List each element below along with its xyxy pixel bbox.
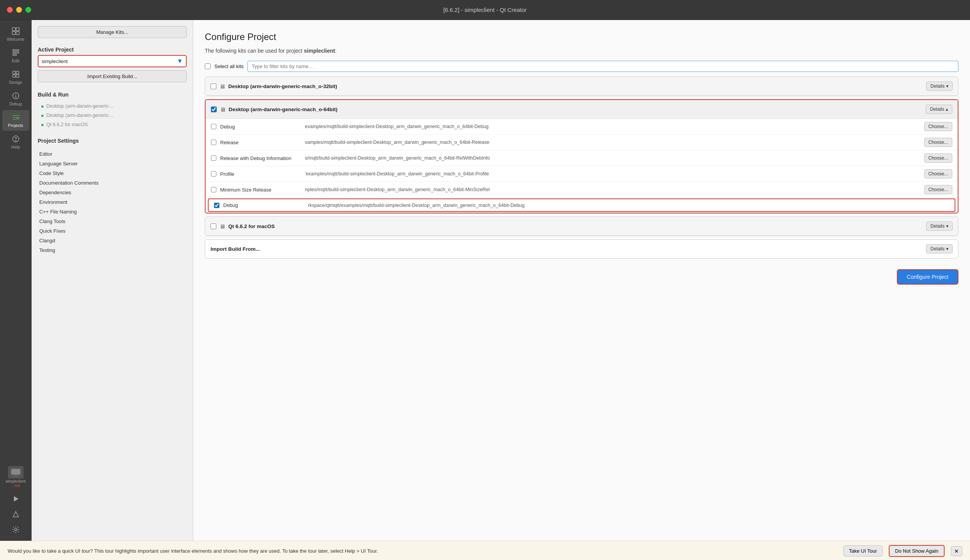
settings-button[interactable] bbox=[2, 522, 29, 537]
svg-point-15 bbox=[15, 140, 16, 141]
project-name: simpleclient bbox=[304, 48, 335, 54]
notification-close-button[interactable]: ✕ bbox=[951, 546, 962, 556]
relwithdebinfo-config-name: Release with Debug Information bbox=[220, 155, 301, 161]
minsizerel-config-path: nples/mqtt/build-simpleclient-Desktop_ar… bbox=[305, 187, 920, 192]
chevron-down-icon: ▾ bbox=[946, 83, 948, 89]
svg-rect-5 bbox=[13, 52, 19, 53]
project-settings-title: Project Settings bbox=[32, 132, 193, 146]
green-dot-icon: ● bbox=[41, 103, 44, 109]
kit-card-64bit: 🖥 Desktop (arm-darwin-generic-mach_o-64b… bbox=[205, 99, 958, 213]
settings-dependencies[interactable]: Dependencies bbox=[32, 188, 193, 197]
build-run-item-0[interactable]: ● Desktop (arm-darwin-generic-... bbox=[32, 102, 193, 111]
debug-highlighted-checkbox[interactable] bbox=[214, 203, 219, 208]
titlebar: [6.6.2] - simpleclient - Qt Creator bbox=[0, 0, 970, 20]
build-run-item-2[interactable]: ● Qt 6.6.2 for macOS bbox=[32, 120, 193, 129]
kit-card-32bit: 🖥 Desktop (arm-darwin-generic-mach_o-32b… bbox=[205, 77, 958, 96]
sidebar-item-debug[interactable]: Debug bbox=[2, 88, 29, 109]
project-bottom-label: ...red bbox=[11, 483, 20, 488]
kit-header-32bit[interactable]: 🖥 Desktop (arm-darwin-generic-mach_o-32b… bbox=[205, 77, 958, 96]
run-button[interactable] bbox=[2, 492, 29, 506]
traffic-lights bbox=[7, 7, 31, 13]
settings-quick-fixes[interactable]: Quick Fixes bbox=[32, 226, 193, 236]
select-all-checkbox[interactable] bbox=[205, 63, 211, 69]
monitor-icon-32bit: 🖥 bbox=[219, 83, 225, 90]
profile-config-path: 'examples/mqtt/build-simpleclient-Deskto… bbox=[305, 171, 920, 177]
settings-clangd[interactable]: Clangd bbox=[32, 236, 193, 245]
build-run-item-1[interactable]: ● Desktop (arm-darwin-generic-... bbox=[32, 111, 193, 120]
kit-card-macos: 🖥 Qt 6.6.2 for macOS Details ▾ bbox=[205, 217, 958, 236]
do-not-show-button[interactable]: Do Not Show Again bbox=[889, 545, 945, 557]
kit-32bit-name: Desktop (arm-darwin-generic-mach_o-32bit… bbox=[228, 83, 337, 89]
svg-marker-19 bbox=[14, 496, 18, 502]
active-project-input[interactable] bbox=[42, 58, 174, 64]
monitor-icon-macos: 🖥 bbox=[219, 223, 225, 230]
sidebar-item-help[interactable]: Help bbox=[2, 132, 29, 152]
settings-testing[interactable]: Testing bbox=[32, 245, 193, 255]
settings-code-style[interactable]: Code Style bbox=[32, 168, 193, 178]
green-dot-icon-1: ● bbox=[41, 112, 44, 118]
build-button[interactable] bbox=[2, 507, 29, 522]
chevron-down-icon-import: ▾ bbox=[946, 246, 948, 252]
page-title: Configure Project bbox=[205, 32, 958, 42]
sidebar-welcome-label: Welcome bbox=[7, 37, 25, 42]
build-row-release: Release xamples/mqtt/build-simpleclient-… bbox=[206, 135, 958, 150]
sidebar-item-projects[interactable]: Projects bbox=[2, 110, 29, 131]
kit-64bit-checkbox[interactable] bbox=[211, 107, 217, 112]
release-config-name: Release bbox=[220, 140, 301, 145]
project-settings-section: Editor Language Server Code Style Docume… bbox=[32, 146, 193, 258]
import-build-details-button[interactable]: Details ▾ bbox=[926, 244, 953, 253]
settings-clang-tools[interactable]: Clang Tools bbox=[32, 217, 193, 226]
left-panel: Manage Kits... Active Project ▼ Import E… bbox=[32, 20, 193, 541]
kit-32bit-checkbox[interactable] bbox=[211, 83, 216, 89]
icon-sidebar: Welcome Edit Design bbox=[0, 20, 32, 541]
filter-input[interactable] bbox=[248, 61, 958, 72]
kit-header-macos[interactable]: 🖥 Qt 6.6.2 for macOS Details ▾ bbox=[205, 217, 958, 236]
take-ui-tour-button[interactable]: Take UI Tour bbox=[843, 545, 883, 557]
relwithdebinfo-choose-button[interactable]: Choose... bbox=[924, 153, 952, 163]
maximize-button[interactable] bbox=[25, 7, 31, 13]
release-config-path: xamples/mqtt/build-simpleclient-Desktop_… bbox=[305, 140, 920, 145]
sidebar-item-edit[interactable]: Edit bbox=[2, 45, 29, 66]
kit-64bit-name: Desktop (arm-darwin-generic-mach_o-64bit… bbox=[229, 107, 338, 112]
sidebar-item-design[interactable]: Design bbox=[2, 67, 29, 88]
left-panel-top: Manage Kits... bbox=[32, 20, 193, 41]
minsizerel-choose-button[interactable]: Choose... bbox=[924, 185, 952, 194]
kit-macos-checkbox[interactable] bbox=[211, 223, 216, 229]
close-button[interactable] bbox=[7, 7, 13, 13]
minimize-button[interactable] bbox=[16, 7, 22, 13]
build-run-title: Build & Run bbox=[32, 86, 193, 100]
profile-choose-button[interactable]: Choose... bbox=[924, 169, 952, 178]
sidebar-item-welcome[interactable]: Welcome bbox=[2, 24, 29, 45]
settings-cpp-file-naming[interactable]: C++ File Naming bbox=[32, 207, 193, 217]
debug-checkbox[interactable] bbox=[211, 124, 216, 129]
import-build-header[interactable]: Import Build From... Details ▾ bbox=[205, 240, 958, 258]
build-configs-64bit: Debug examples/mqtt/build-simpleclient-D… bbox=[206, 119, 958, 212]
svg-rect-16 bbox=[11, 469, 20, 475]
settings-language-server[interactable]: Language Server bbox=[32, 159, 193, 168]
manage-kits-button[interactable]: Manage Kits... bbox=[38, 26, 187, 38]
kit-64bit-details-button[interactable]: Details ▴ bbox=[926, 105, 952, 114]
import-existing-button[interactable]: Import Existing Build... bbox=[38, 70, 187, 82]
active-project-dropdown[interactable]: ▼ bbox=[38, 55, 187, 67]
minsizerel-checkbox[interactable] bbox=[211, 187, 216, 192]
sidebar-help-label: Help bbox=[11, 145, 20, 149]
settings-documentation-comments[interactable]: Documentation Comments bbox=[32, 178, 193, 188]
relwithdebinfo-checkbox[interactable] bbox=[211, 155, 216, 161]
kit-macos-details-button[interactable]: Details ▾ bbox=[926, 222, 953, 231]
release-choose-button[interactable]: Choose... bbox=[924, 138, 952, 147]
kit-macos-name: Qt 6.6.2 for macOS bbox=[228, 223, 275, 229]
configure-project-button[interactable]: Configure Project bbox=[897, 269, 958, 285]
debug-choose-button[interactable]: Choose... bbox=[924, 122, 952, 131]
svg-rect-9 bbox=[13, 75, 15, 77]
settings-environment[interactable]: Environment bbox=[32, 197, 193, 207]
build-run-item-label-1: Desktop (arm-darwin-generic-... bbox=[46, 113, 114, 118]
release-checkbox[interactable] bbox=[211, 140, 216, 145]
svg-marker-20 bbox=[13, 512, 18, 517]
project-sidebar-item[interactable]: simpleclient ...red bbox=[2, 463, 29, 491]
settings-editor[interactable]: Editor bbox=[32, 149, 193, 159]
profile-checkbox[interactable] bbox=[211, 171, 216, 177]
kit-header-64bit[interactable]: 🖥 Desktop (arm-darwin-generic-mach_o-64b… bbox=[206, 100, 958, 119]
project-monitor-icon bbox=[8, 466, 23, 478]
svg-rect-1 bbox=[16, 28, 19, 31]
kit-32bit-details-button[interactable]: Details ▾ bbox=[926, 82, 953, 91]
